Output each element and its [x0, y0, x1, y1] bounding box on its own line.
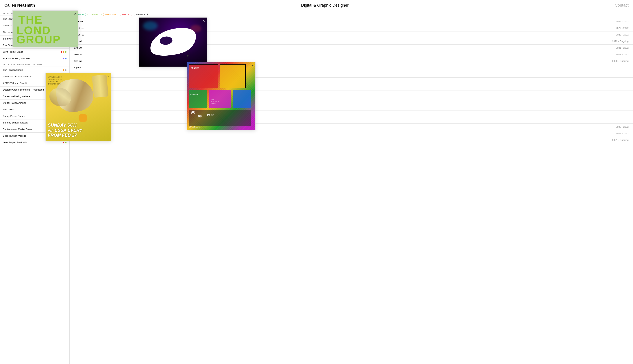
archive-row-london[interactable]: The London Group — [0, 67, 69, 73]
header: Callen Neasmith Digital & Graphic Design… — [0, 0, 633, 11]
right-project-date: 2021 - Ongoing — [605, 139, 628, 142]
right-project-date: 2022 - 2022 — [605, 33, 628, 36]
right-project-date: 2022 - 2022 — [605, 126, 628, 128]
london-group-logo: .lg-text { font-family: 'Arial Black', '… — [16, 12, 75, 45]
right-archive-row[interactable]: Polydro — [70, 71, 633, 78]
the-green-image: RENDER VERVOLG HITOSTEYERL'SVIDEOS 90 09… — [187, 62, 255, 130]
sunday-main-text: SUNDAY SCHat Essa everyFROM FEB 27 — [48, 122, 82, 138]
popup-the-green: ✕ RENDER VERVOLG HITOSTEYERL'SVIDEOS 90 … — [187, 62, 256, 130]
right-project-date: 2022 - 2022 — [605, 27, 628, 30]
svg-text:GROUP: GROUP — [17, 33, 61, 44]
popup-close-button[interactable]: ✕ — [107, 75, 109, 78]
right-project-date: 2022 - Ongoing — [605, 40, 628, 42]
site-name: Callen Neasmith — [5, 3, 35, 8]
right-archive-row-self3[interactable]: Self Intitiated 2022 - 2022 — [70, 124, 633, 130]
right-project-date: 2021 - 2022 — [605, 53, 628, 56]
filter-chips: PASSION GRAPHIC BRANDING DIGITAL WEBSITE — [70, 11, 633, 18]
right-project-name: Polydro — [74, 73, 605, 76]
popup-close-button[interactable]: ✕ — [251, 64, 254, 67]
chip-digital[interactable]: DIGITAL — [120, 12, 132, 16]
project-dots — [63, 142, 67, 143]
popup-london-group: ✕ .lg-text { font-family: 'Arial Black',… — [13, 10, 78, 47]
right-archive-row-essa[interactable]: Essa — [70, 117, 633, 124]
popup-close-button[interactable]: ✕ — [202, 19, 205, 22]
left-selected-row-figma[interactable]: Figma - Working Site File — [0, 55, 69, 62]
sunday-top-text: WWW.ESSA.COMSUNDAY SCHOOLat Essa is onEV… — [48, 76, 62, 85]
doctors-orders-image — [139, 18, 207, 66]
archive-label: PROJECT ARCHIVE (NEWEST TO OLDEST) — [0, 62, 69, 67]
project-name: Love Project Production — [3, 141, 61, 144]
right-project-date: 2022 - 2022 — [605, 20, 628, 23]
dot-blue — [65, 58, 67, 59]
project-name: Love Project Brand — [3, 50, 59, 53]
dot-orange — [63, 51, 64, 53]
right-project-date: 2022 - 2022 — [605, 132, 628, 135]
main-layout: SELECTED PROJECTS The London Group Polyd… — [0, 11, 633, 364]
dot-purple — [63, 58, 64, 59]
popup-close-button[interactable]: ✕ — [74, 12, 76, 16]
dot-red — [61, 51, 62, 53]
right-archive-row-bookrunner[interactable]: Book Runner 2022 - 2022 — [70, 130, 633, 137]
right-archive-row-green[interactable]: The Green — [70, 104, 633, 110]
right-project-name: Self Intitiated — [74, 112, 605, 115]
right-archive-list: Alphab Polydro XPRESS Recordings Doctor'… — [70, 64, 633, 144]
right-project-name: XPRESS Recordings — [74, 80, 605, 82]
chip-website[interactable]: WEBSITE — [134, 12, 148, 16]
right-project-name: Love Project AU — [74, 139, 605, 142]
london-group-image: .lg-text { font-family: 'Arial Black', '… — [13, 10, 78, 47]
right-archive-row-career[interactable]: Career Wellbeing — [70, 91, 633, 97]
right-archive-row-self[interactable]: Self Intitiated — [70, 97, 633, 104]
chip-branding[interactable]: BRANDING — [103, 12, 118, 16]
right-project-name: Career Wellbeing — [74, 92, 605, 95]
dot-gray — [65, 69, 67, 71]
right-archive-row-love[interactable]: Love Project AU 2021 - Ongoing — [70, 137, 633, 144]
left-column: SELECTED PROJECTS The London Group Polyd… — [0, 11, 70, 364]
project-dots — [63, 58, 67, 59]
chip-graphic[interactable]: GRAPHIC — [88, 12, 101, 16]
left-selected-row-love[interactable]: Love Project Brand — [0, 49, 69, 55]
right-archive-row-xpress[interactable]: XPRESS Recordings — [70, 78, 633, 84]
right-archive-row-self2[interactable]: Self Intitiated — [70, 110, 633, 117]
right-project-name: Essa — [74, 119, 605, 122]
dot-green — [65, 142, 67, 143]
dot-red — [63, 142, 64, 143]
right-project-date: 2021 - 2022 — [605, 46, 628, 49]
contact-link[interactable]: Contact — [615, 3, 628, 8]
project-dots — [61, 51, 67, 53]
project-name: The London Group — [3, 68, 61, 71]
right-archive-row-doctors[interactable]: Doctor's Orders — [70, 84, 633, 91]
popup-doctors-orders: ✕ — [139, 18, 207, 67]
right-project-name: Doctor's Orders — [74, 86, 605, 89]
right-project-name: The Green — [74, 106, 605, 108]
site-title: Digital & Graphic Designer — [301, 3, 349, 8]
dot-green — [65, 51, 67, 53]
right-project-name: Self Intitiated — [74, 99, 605, 102]
project-name: Figma - Working Site File — [3, 57, 61, 60]
right-project-date: 2020 - Ongoing — [605, 60, 628, 62]
right-project-name: Book Runner — [74, 132, 605, 135]
sunday-school-image: WWW.ESSA.COMSUNDAY SCHOOLat Essa is onEV… — [46, 73, 111, 141]
dot-orange — [63, 69, 64, 71]
popup-sunday-school: ✕ WWW.ESSA.COMSUNDAY SCHOOLat Essa is on… — [45, 73, 111, 141]
project-dots — [63, 69, 67, 71]
right-project-name: Self Intitiated — [74, 126, 605, 128]
